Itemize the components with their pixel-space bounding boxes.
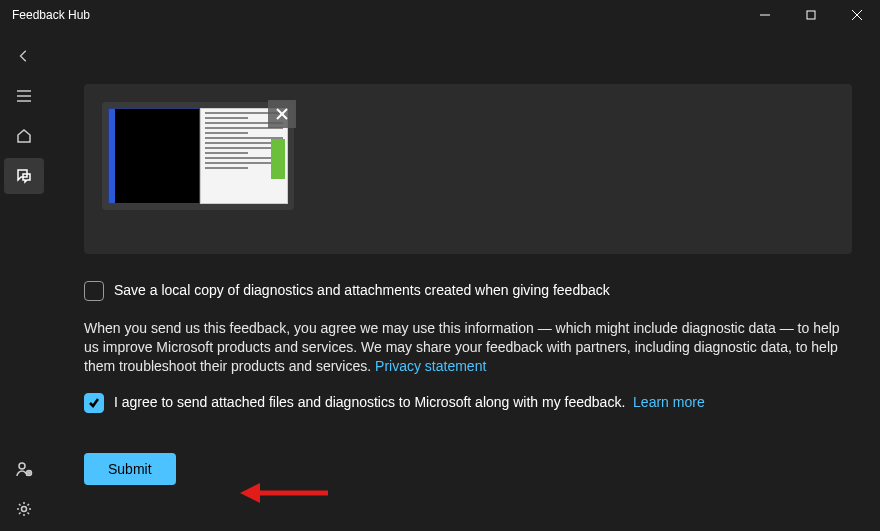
remove-attachment-button[interactable]: [268, 100, 296, 128]
svg-rect-1: [807, 11, 815, 19]
save-local-checkbox[interactable]: [84, 281, 104, 301]
save-local-row: Save a local copy of diagnostics and att…: [84, 280, 852, 301]
nav-account-button[interactable]: [4, 451, 44, 487]
agree-checkbox[interactable]: [84, 393, 104, 413]
main-content: Save a local copy of diagnostics and att…: [48, 30, 880, 531]
privacy-statement-link[interactable]: Privacy statement: [375, 358, 486, 374]
save-local-label: Save a local copy of diagnostics and att…: [114, 280, 610, 300]
nav-home-button[interactable]: [4, 118, 44, 154]
agree-label-text: I agree to send attached files and diagn…: [114, 394, 625, 410]
learn-more-link[interactable]: Learn more: [633, 394, 705, 410]
window-title: Feedback Hub: [12, 8, 90, 22]
attachments-panel: [84, 84, 852, 254]
maximize-button[interactable]: [788, 0, 834, 30]
back-button[interactable]: [4, 38, 44, 74]
nav-feedback-button[interactable]: [4, 158, 44, 194]
disclaimer-text: When you send us this feedback, you agre…: [84, 319, 852, 376]
svg-point-7: [19, 463, 25, 469]
submit-button[interactable]: Submit: [84, 453, 176, 485]
agree-label: I agree to send attached files and diagn…: [114, 392, 705, 412]
nav-menu-button[interactable]: [4, 78, 44, 114]
svg-marker-15: [240, 483, 260, 503]
close-button[interactable]: [834, 0, 880, 30]
nav-settings-button[interactable]: [4, 491, 44, 527]
sidebar: [0, 30, 48, 531]
attachment-thumbnail[interactable]: [102, 102, 294, 210]
window-controls: [742, 0, 880, 30]
minimize-button[interactable]: [742, 0, 788, 30]
annotation-arrow: [240, 481, 330, 508]
title-bar: Feedback Hub: [0, 0, 880, 30]
agree-row: I agree to send attached files and diagn…: [84, 392, 852, 413]
svg-point-11: [22, 507, 27, 512]
